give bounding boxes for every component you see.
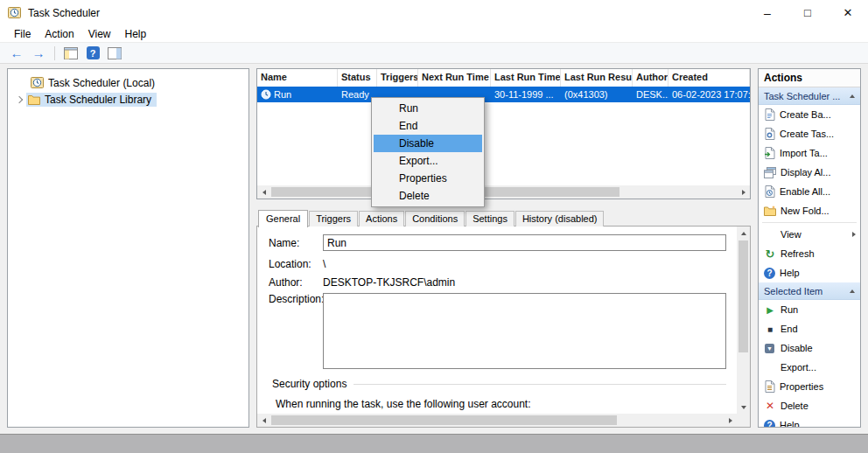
detail-tabs: General Triggers Actions Conditions Sett…: [256, 208, 751, 226]
task-last-run-result: (0x41303): [561, 89, 633, 100]
name-label: Name:: [269, 237, 323, 249]
action-label: Run: [780, 304, 798, 315]
action-label: Help: [780, 420, 800, 428]
close-button[interactable]: ✕: [828, 0, 868, 25]
run-icon: [764, 303, 776, 316]
column-header-last-run-result[interactable]: Last Run Result: [561, 69, 633, 87]
chevron-right-icon[interactable]: [16, 95, 23, 102]
column-header-triggers[interactable]: Triggers: [377, 69, 418, 87]
action-export[interactable]: Export...: [759, 358, 860, 377]
scroll-left-arrow-icon[interactable]: [257, 414, 270, 427]
task-list-panel: Name Status Triggers Next Run Time Last …: [256, 68, 751, 199]
help-icon[interactable]: ?: [83, 45, 102, 62]
menu-file[interactable]: File: [7, 28, 38, 40]
tree-library-label: Task Scheduler Library: [45, 94, 151, 106]
action-create-task[interactable]: Create Tas...: [759, 124, 860, 143]
column-header-created[interactable]: Created: [668, 69, 750, 87]
action-view[interactable]: View: [759, 225, 860, 244]
action-label: Create Ba...: [780, 109, 831, 120]
toolbar: ?: [0, 42, 868, 64]
menu-help[interactable]: Help: [118, 28, 154, 40]
scrollbar-thumb[interactable]: [738, 240, 748, 352]
author-value: DESKTOP-TKJSRCF\admin: [323, 276, 455, 289]
tab-actions[interactable]: Actions: [359, 211, 404, 226]
description-field[interactable]: [323, 293, 726, 369]
task-detail-panel: General Triggers Actions Conditions Sett…: [256, 208, 751, 428]
task-list-horizontal-scrollbar[interactable]: [257, 185, 750, 199]
description-label: Description:: [269, 293, 323, 305]
scroll-up-arrow-icon[interactable]: [737, 226, 750, 240]
task-clock-icon: [261, 89, 271, 100]
context-menu-item-properties[interactable]: Properties: [374, 170, 482, 187]
context-menu-item-disable[interactable]: Disable: [374, 135, 482, 152]
icon-spacer: [764, 361, 776, 373]
tree-item-task-scheduler-local[interactable]: Task Scheduler (Local): [8, 74, 248, 91]
action-delete[interactable]: Delete: [759, 396, 860, 415]
new-folder-icon: [764, 206, 776, 216]
tab-history[interactable]: History (disabled): [515, 211, 605, 226]
import-task-icon: [764, 147, 775, 159]
forward-icon[interactable]: [29, 45, 48, 62]
task-last-run-time: 30-11-1999 ...: [491, 89, 561, 100]
window-title: Task Scheduler: [28, 7, 100, 19]
menu-view[interactable]: View: [81, 28, 118, 40]
column-header-author[interactable]: Author: [633, 69, 668, 87]
task-row[interactable]: Run Ready 30-11-1999 ... (0x41303) DESK.…: [257, 87, 750, 102]
column-header-name[interactable]: Name: [257, 69, 338, 87]
collapse-arrow-icon[interactable]: [850, 94, 855, 98]
context-menu-item-delete[interactable]: Delete: [374, 187, 482, 205]
location-label: Location:: [269, 258, 323, 270]
tree-item-task-scheduler-library[interactable]: Task Scheduler Library: [8, 91, 248, 108]
menu-action[interactable]: Action: [38, 28, 80, 40]
action-refresh[interactable]: Refresh: [759, 244, 860, 263]
scrollbar-corner: [737, 414, 750, 427]
show-action-pane-icon[interactable]: [105, 45, 124, 62]
scroll-right-arrow-icon[interactable]: [737, 185, 750, 199]
action-enable-all-tasks-history[interactable]: Enable All...: [759, 182, 860, 201]
action-display-all-running-tasks[interactable]: Display Al...: [759, 163, 860, 182]
actions-section-selected-item[interactable]: Selected Item: [759, 282, 860, 300]
scroll-right-arrow-icon[interactable]: [724, 414, 737, 427]
context-menu-item-end[interactable]: End: [374, 117, 482, 135]
titlebar: Task Scheduler – □ ✕: [0, 0, 868, 25]
column-header-last-run-time[interactable]: Last Run Time: [491, 69, 561, 87]
maximize-button[interactable]: □: [788, 0, 828, 25]
action-label: Disable: [780, 343, 813, 353]
action-run[interactable]: Run: [759, 300, 860, 319]
action-new-folder[interactable]: New Fold...: [759, 201, 860, 220]
context-menu-item-run[interactable]: Run: [374, 100, 482, 117]
action-label: New Fold...: [780, 206, 830, 216]
detail-horizontal-scrollbar[interactable]: [257, 414, 737, 427]
name-field[interactable]: Run: [323, 234, 726, 251]
task-scheduler-node-icon: [31, 76, 44, 89]
action-properties[interactable]: Properties: [759, 377, 860, 396]
action-end[interactable]: End: [759, 319, 860, 338]
action-import-task[interactable]: Import Ta...: [759, 143, 860, 163]
context-menu-item-export[interactable]: Export...: [374, 152, 482, 170]
detail-vertical-scrollbar[interactable]: [737, 226, 750, 414]
tab-general[interactable]: General: [258, 210, 308, 227]
tab-triggers[interactable]: Triggers: [309, 211, 358, 226]
scrollbar-thumb[interactable]: [271, 415, 617, 425]
scroll-down-arrow-icon[interactable]: [737, 401, 750, 414]
scroll-left-arrow-icon[interactable]: [257, 185, 270, 199]
back-icon[interactable]: [7, 45, 26, 62]
tab-conditions[interactable]: Conditions: [405, 211, 465, 226]
action-create-basic-task[interactable]: Create Ba...: [759, 105, 860, 124]
action-disable[interactable]: Disable: [759, 338, 860, 358]
action-help-selected[interactable]: Help: [759, 415, 860, 428]
column-header-next-run-time[interactable]: Next Run Time: [418, 69, 491, 87]
collapse-arrow-icon[interactable]: [850, 289, 855, 293]
column-header-status[interactable]: Status: [338, 69, 377, 87]
action-label: Delete: [780, 401, 808, 411]
action-help[interactable]: Help: [759, 263, 860, 282]
task-created: 06-02-2023 17:07:4...: [668, 89, 750, 100]
minimize-button[interactable]: –: [747, 0, 788, 25]
delete-icon: [764, 400, 776, 412]
tab-settings[interactable]: Settings: [466, 211, 514, 226]
action-label: Properties: [780, 381, 823, 392]
action-label: Display Al...: [780, 167, 830, 178]
task-list-header: Name Status Triggers Next Run Time Last …: [257, 69, 750, 87]
actions-section-task-scheduler[interactable]: Task Scheduler ...: [759, 87, 860, 105]
show-console-tree-icon[interactable]: [61, 45, 80, 62]
